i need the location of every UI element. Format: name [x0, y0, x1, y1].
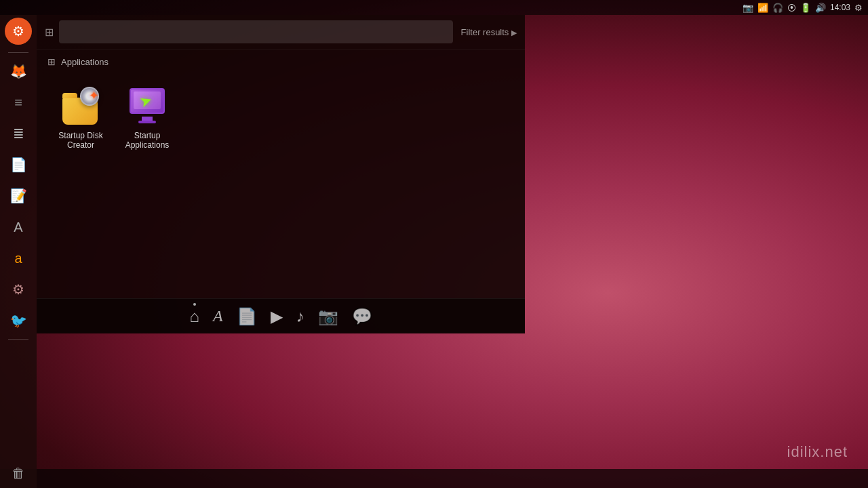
- search-icon: ⊞: [45, 26, 54, 39]
- launcher-docs[interactable]: 📄: [3, 150, 33, 180]
- social-icon: 💬: [352, 307, 372, 326]
- launcher-system[interactable]: ⚙: [3, 274, 33, 304]
- dock-files[interactable]: 📄: [237, 307, 257, 326]
- camera-icon: 📷: [743, 3, 753, 13]
- top-bar: 📷 📶 🎧 ⦿ 🔋 🔊 14:03 ⚙: [0, 0, 868, 15]
- launcher-divider: [8, 52, 28, 53]
- music-icon: ♪: [296, 307, 304, 326]
- launcher-text[interactable]: ≣: [3, 119, 33, 148]
- app-startup-disk-creator[interactable]: ✦ Startup Disk Creator: [50, 78, 111, 156]
- font-icon: A: [213, 307, 223, 325]
- battery-icon: 🔋: [800, 3, 811, 13]
- section-title: Applications: [61, 57, 108, 67]
- launcher-trash[interactable]: 🗑: [3, 458, 33, 488]
- launcher-files[interactable]: ≡: [3, 87, 33, 117]
- photo-icon: 📷: [318, 307, 338, 326]
- files-icon: 📄: [237, 307, 257, 326]
- dock-music[interactable]: ♪: [296, 307, 304, 326]
- filter-results-button[interactable]: Filter results ▶: [461, 27, 517, 37]
- desktop-panel: [0, 469, 868, 488]
- filter-arrow-icon: ▶: [511, 28, 517, 37]
- dock-active-indicator: [193, 303, 196, 306]
- startup-applications-label: Startup Applications: [119, 131, 175, 150]
- section-applications: ⊞ Applications: [37, 49, 525, 71]
- startup-disk-creator-label: Startup Disk Creator: [53, 131, 108, 150]
- system-tray: 📷 📶 🎧 ⦿ 🔋 🔊 14:03 ⚙: [743, 3, 863, 13]
- dock-social[interactable]: 💬: [352, 307, 372, 326]
- app-grid: ✦ Startup Disk Creator ➤ Startup Applica…: [37, 71, 525, 163]
- settings-icon: ⚙: [854, 3, 863, 13]
- launcher-type[interactable]: A: [3, 212, 33, 242]
- volume-icon: 🔊: [815, 3, 826, 13]
- startup-applications-icon: ➤: [125, 83, 169, 127]
- app-startup-applications[interactable]: ➤ Startup Applications: [117, 78, 178, 156]
- ubuntu-launcher-button[interactable]: ⚙: [5, 18, 32, 45]
- dock-video[interactable]: ▶: [271, 307, 283, 326]
- launcher-amazon[interactable]: a: [3, 243, 33, 273]
- dock-photo[interactable]: 📷: [318, 307, 338, 326]
- headphone-icon: 🎧: [772, 3, 783, 13]
- launcher-divider-2: [8, 339, 28, 340]
- dock-font[interactable]: A: [213, 307, 223, 325]
- watermark: idilix.net: [787, 443, 848, 461]
- launcher-twitter[interactable]: 🐦: [3, 306, 33, 336]
- clock: 14:03: [830, 3, 850, 12]
- startup-disk-creator-icon: ✦: [59, 83, 102, 127]
- unity-launcher: ⚙ 🦊 ≡ ≣ 📄 📝 A a ⚙ 🐦 🗑: [0, 15, 37, 488]
- video-icon: ▶: [271, 307, 283, 326]
- wifi-icon: 📶: [757, 3, 768, 13]
- dash-overlay: ⊞ startupdi Filter results ▶ ⊞ Applicati…: [37, 15, 525, 333]
- dock-home[interactable]: ⌂: [189, 307, 199, 326]
- home-icon: ⌂: [189, 307, 199, 326]
- bluetooth-icon: ⦿: [787, 3, 796, 13]
- grid-icon: ⊞: [47, 56, 56, 67]
- dash-dock: ⌂ A 📄 ▶ ♪ 📷 💬: [37, 298, 525, 333]
- search-input[interactable]: startupdi: [59, 20, 453, 43]
- search-bar: ⊞ startupdi Filter results ▶: [37, 15, 525, 49]
- launcher-firefox[interactable]: 🦊: [3, 56, 33, 86]
- launcher-text2[interactable]: 📝: [3, 181, 33, 211]
